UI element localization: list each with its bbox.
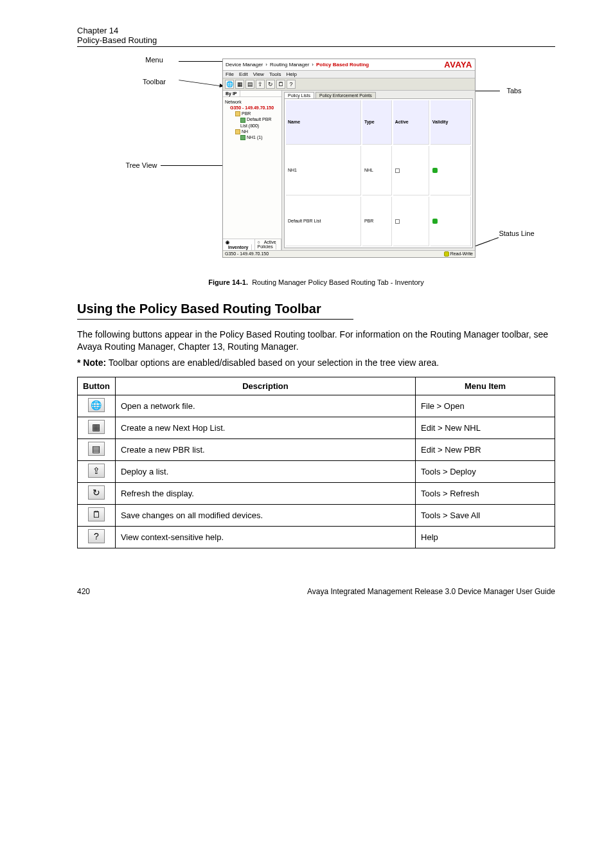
button-menu: Edit > New PBR <box>416 439 555 460</box>
deploy-icon: ⇪ <box>78 460 116 482</box>
col-active[interactable]: Active <box>393 100 429 145</box>
button-menu: Tools > Deploy <box>416 460 555 482</box>
tree-pbr-folder[interactable]: PBR <box>242 111 251 116</box>
tb-deploy-icon[interactable]: ⇪ <box>256 80 265 89</box>
menu-help[interactable]: Help <box>287 71 297 77</box>
tab-enforcement-points[interactable]: Policy Enforcement Points <box>315 92 376 98</box>
folder-icon <box>235 129 240 134</box>
button-desc: Create a new Next Hop List. <box>115 417 415 439</box>
tb-new-nhl-icon[interactable]: ▦ <box>235 80 244 89</box>
button-desc: Refresh the display. <box>115 482 415 504</box>
policy-table: Name Type Active Validity NH1 NHL <box>284 98 473 248</box>
cell-type: NHL <box>362 146 392 195</box>
callout-menu: Menu <box>129 56 180 64</box>
crumb-0[interactable]: Device Manager <box>226 62 263 68</box>
col-name[interactable]: Name <box>286 100 361 145</box>
menubar: File Edit View Tools Help <box>223 71 475 78</box>
app-window: Device Manager › Routing Manager › Polic… <box>222 59 475 258</box>
table-row: ?View context-sensitive help.Help <box>78 526 555 548</box>
status-bar: G350 - 149.49.70.150 Read-Write <box>223 250 475 257</box>
tree-nh-item[interactable]: NH1 (1) <box>247 135 263 140</box>
col-type[interactable]: Type <box>362 100 392 145</box>
tb-save-all-icon[interactable]: 🗒 <box>276 80 285 89</box>
breadcrumb: Device Manager › Routing Manager › Polic… <box>223 59 475 71</box>
callout-tabs: Tabs <box>499 87 529 95</box>
cell-valid <box>431 197 471 246</box>
open-network-icon: 🌐 <box>78 395 116 417</box>
status-left: G350 - 149.49.70.150 <box>225 251 269 257</box>
menu-edit[interactable]: Edit <box>239 71 248 77</box>
cell-active[interactable] <box>393 197 429 246</box>
button-menu: File > Open <box>416 395 555 417</box>
cell-name: Default PBR List <box>286 197 361 246</box>
crumb-2[interactable]: Policy Based Routing <box>316 62 369 68</box>
help-icon: ? <box>78 526 116 548</box>
th-menu: Menu Item <box>416 377 555 395</box>
col-validity[interactable]: Validity <box>431 100 471 145</box>
lamp-icon <box>444 251 449 257</box>
callout-toolbar: Toolbar <box>129 78 180 86</box>
table-row[interactable]: Default PBR List PBR <box>286 197 471 246</box>
cell-type: PBR <box>362 197 392 246</box>
paragraph: The following buttons appear in the Poli… <box>77 329 555 353</box>
note-body: Toolbar options are enabled/disabled bas… <box>109 357 439 368</box>
menu-view[interactable]: View <box>253 71 264 77</box>
figure-number: Figure 14-1. <box>208 278 248 286</box>
sidebar-tab-byip[interactable]: By IP <box>223 91 240 96</box>
th-desc: Description <box>115 377 415 395</box>
tb-open-icon[interactable]: 🌐 <box>225 80 234 89</box>
table-row: 🗒Save changes on all modified devices.To… <box>78 504 555 526</box>
buttons-table: Button Description Menu Item 🌐Open a net… <box>77 377 555 548</box>
button-desc: Create a new PBR list. <box>115 439 415 460</box>
button-menu: Tools > Save All <box>416 504 555 526</box>
save-all-icon: 🗒 <box>78 504 116 526</box>
table-row: ▤Create a new PBR list.Edit > New PBR <box>78 439 555 460</box>
menu-tools[interactable]: Tools <box>269 71 281 77</box>
tb-refresh-icon[interactable]: ↻ <box>266 80 275 89</box>
footer-title: Avaya Integrated Management Release 3.0 … <box>307 587 555 596</box>
table-row: 🌐Open a network file.File > Open <box>78 395 555 417</box>
list-icon <box>240 118 245 123</box>
refresh-icon: ↻ <box>78 482 116 504</box>
callout-treeview: Tree View <box>122 161 161 169</box>
sidebar-bottom-inventory[interactable]: ◉ Inventory <box>223 239 255 250</box>
button-menu: Tools > Refresh <box>416 482 555 504</box>
cell-active[interactable] <box>393 146 429 195</box>
button-desc: Save changes on all modified devices. <box>115 504 415 526</box>
section-heading: Using the Policy Based Routing Toolbar <box>77 302 555 316</box>
button-desc: Open a network file. <box>115 395 415 417</box>
tree-device[interactable]: G350 - 149.49.70.150 <box>230 105 280 111</box>
logo: AVAYA <box>444 60 472 69</box>
button-desc: Deploy a list. <box>115 460 415 482</box>
footer-page: 420 <box>77 587 90 596</box>
table-row: ⇪Deploy a list.Tools > Deploy <box>78 460 555 482</box>
th-button: Button <box>78 377 116 395</box>
table-row[interactable]: NH1 NHL <box>286 146 471 195</box>
menu-file[interactable]: File <box>226 71 234 77</box>
tree-nh-folder[interactable]: NH <box>242 129 248 134</box>
tree-view[interactable]: Network G350 - 149.49.70.150 PBR Default… <box>223 97 281 239</box>
callout-status: Status Line <box>491 230 542 237</box>
button-menu: Edit > New NHL <box>416 417 555 439</box>
chapter-line: Chapter 14 <box>77 26 118 35</box>
button-desc: View context-sensitive help. <box>115 526 415 548</box>
tab-policy-lists[interactable]: Policy Lists <box>284 92 314 98</box>
table-row: ↻Refresh the display.Tools > Refresh <box>78 482 555 504</box>
figure-caption: Routing Manager Policy Based Routing Tab… <box>252 278 424 286</box>
note-tag: * Note: <box>77 357 106 368</box>
tb-help-icon[interactable]: ? <box>287 80 296 89</box>
crumb-1[interactable]: Routing Manager <box>270 62 309 68</box>
cell-name: NH1 <box>286 146 361 195</box>
sidebar-bottom-active[interactable]: ○ Active Policies <box>255 239 281 250</box>
folder-icon <box>235 111 240 116</box>
chapter-title: Policy-Based Routing <box>77 35 555 45</box>
status-right: Read-Write <box>444 251 473 257</box>
button-menu: Help <box>416 526 555 548</box>
tree-group[interactable]: Network <box>225 99 280 105</box>
list-icon <box>240 135 245 140</box>
new-pbr-icon: ▤ <box>78 439 116 460</box>
new-nhl-icon: ▦ <box>78 417 116 439</box>
cell-valid <box>431 146 471 195</box>
tb-new-pbr-icon[interactable]: ▤ <box>245 80 254 89</box>
toolbar: 🌐 ▦ ▤ ⇪ ↻ 🗒 ? <box>223 78 475 91</box>
